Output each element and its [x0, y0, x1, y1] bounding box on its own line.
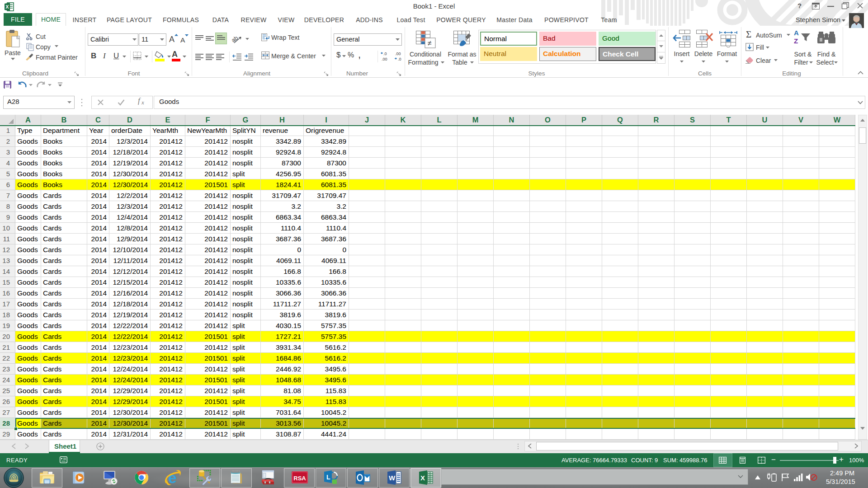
svg-text:.0: .0 — [383, 52, 387, 56]
svg-text:.00: .00 — [382, 57, 387, 61]
svg-text:X: X — [420, 474, 425, 482]
svg-text:RSA: RSA — [293, 475, 306, 482]
svg-text:e: e — [168, 469, 177, 486]
svg-text:≠: ≠ — [428, 39, 432, 47]
svg-text:.0: .0 — [398, 57, 401, 61]
svg-text:W: W — [389, 474, 396, 482]
svg-text:.00: .00 — [395, 52, 401, 56]
